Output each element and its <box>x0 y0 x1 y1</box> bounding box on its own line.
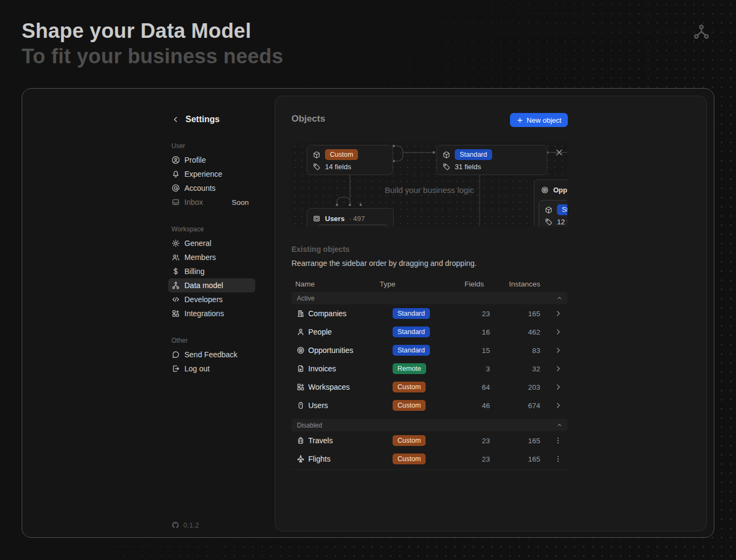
object-name: Flights <box>308 455 393 463</box>
settings-window: Settings UserProfileExperienceAccountsIn… <box>22 88 714 538</box>
object-group-active: ActiveCompaniesStandard23165PeopleStanda… <box>291 292 567 415</box>
chevron-right-icon[interactable] <box>554 309 562 318</box>
sidebar-item-label: Billing <box>184 267 204 276</box>
object-name: Companies <box>308 309 393 318</box>
node-title: Users <box>325 215 344 223</box>
object-row-flights[interactable]: FlightsCustom23165 <box>291 450 567 468</box>
instances-count: 32 <box>490 365 540 373</box>
apps-icon <box>296 383 305 391</box>
chevron-right-icon[interactable] <box>554 346 562 355</box>
object-row-users[interactable]: UsersCustom46674 <box>291 396 567 415</box>
sidebar-item-billing[interactable]: Billing <box>168 264 255 278</box>
object-row-opportunities[interactable]: OpportunitiesStandard1583 <box>291 341 567 359</box>
type-badge: Standard <box>393 345 430 356</box>
diagram-node-standard[interactable]: Standard 31 fields <box>436 145 547 175</box>
sidebar-item-general[interactable]: General <box>168 236 255 250</box>
chevron-right-icon[interactable] <box>554 383 562 391</box>
sidebar-item-label: Developers <box>184 295 223 304</box>
type-badge: Remote <box>393 363 426 374</box>
instances-count: 165 <box>490 437 540 445</box>
column-type: Type <box>380 280 445 288</box>
group-label: Disabled <box>297 422 322 429</box>
sidebar-item-integrations[interactable]: Integrations <box>168 306 255 321</box>
object-name: Users <box>308 401 393 410</box>
new-object-button[interactable]: New object <box>510 113 568 127</box>
tag-icon <box>442 163 450 171</box>
fields-count: 3 <box>445 365 490 373</box>
dollar-icon <box>171 267 180 276</box>
group-header-active[interactable]: Active <box>291 292 567 304</box>
object-row-invoices[interactable]: InvoicesRemote332 <box>291 359 567 378</box>
inbox-icon <box>171 198 180 206</box>
dots-vertical-icon[interactable] <box>554 436 562 445</box>
page-subtitle: To fit your business needs <box>22 45 283 68</box>
object-name: Invoices <box>308 364 393 373</box>
window-icon <box>313 215 321 223</box>
fields-count: 23 <box>445 437 490 445</box>
sidebar-item-data-model[interactable]: Data model <box>168 278 255 292</box>
object-group-disabled: DisabledTravelsCustom23165FlightsCustom2… <box>291 419 567 468</box>
sidebar-item-experience[interactable]: Experience <box>168 167 255 181</box>
share-nodes-icon <box>693 24 710 41</box>
target-icon <box>296 346 305 355</box>
sidebar-item-developers[interactable]: Developers <box>168 292 255 306</box>
page-background: Shape your Data Model To fit your busine… <box>0 0 736 560</box>
objects-table: Name Type Fields Instances ActiveCompani… <box>291 277 567 470</box>
type-badge: Custom <box>393 382 426 392</box>
user-circle-icon <box>171 156 180 164</box>
sidebar-item-log-out[interactable]: Log out <box>168 362 255 376</box>
sidebar-sections: UserProfileExperienceAccountsInboxSoonWo… <box>168 142 255 376</box>
plane-icon <box>296 455 305 463</box>
object-row-people[interactable]: PeopleStandard16462 <box>291 323 567 341</box>
github-icon <box>171 521 180 529</box>
opportunities-subcard: Standard 12 fields <box>539 200 567 226</box>
sidebar-item-label: Inbox <box>184 198 203 206</box>
object-row-travels[interactable]: TravelsCustom23165 <box>291 431 567 450</box>
object-name: Travels <box>308 436 393 445</box>
file-icon <box>296 364 305 373</box>
sidebar-item-profile[interactable]: Profile <box>168 153 255 167</box>
fields-count: 23 <box>445 310 490 318</box>
dots-vertical-icon[interactable] <box>554 455 562 463</box>
node-count: · 497 <box>349 215 365 223</box>
data-model-diagram: Custom 14 fields Standard 31 fields <box>291 143 567 226</box>
sidebar-item-accounts[interactable]: Accounts <box>168 181 255 195</box>
target-icon <box>541 186 549 194</box>
users-icon <box>171 253 180 262</box>
group-header-disabled[interactable]: Disabled <box>291 419 567 431</box>
sidebar-item-send-feedback[interactable]: Send Feedback <box>168 348 255 362</box>
plus-icon <box>516 117 523 124</box>
chevron-right-icon[interactable] <box>554 401 562 410</box>
sidebar-section-label: Workspace <box>171 225 255 233</box>
sidebar-item-label: Log out <box>184 364 210 373</box>
row-action <box>540 364 567 373</box>
sidebar-item-members[interactable]: Members <box>168 250 255 264</box>
diagram-node-opportunities[interactable]: Opportunities Standard 12 fields <box>534 179 567 226</box>
column-fields: Fields <box>445 280 484 288</box>
bell-icon <box>171 170 180 178</box>
column-name: Name <box>295 280 380 288</box>
diagram-node-custom[interactable]: Custom 14 fields <box>307 145 393 175</box>
row-action <box>540 401 567 410</box>
diagram-node-users[interactable]: Users · 497 <box>307 208 394 226</box>
gear-icon <box>171 239 180 248</box>
diagram-hint-text: Build your business logic <box>291 185 567 195</box>
object-row-workspaces[interactable]: WorkspacesCustom64203 <box>291 378 567 396</box>
sidebar-section-other: OtherSend FeedbackLog out <box>168 337 255 376</box>
fields-count: 31 fields <box>455 163 481 171</box>
fields-count: 64 <box>445 383 490 391</box>
page-title: Shape your Data Model <box>22 19 251 43</box>
back-button[interactable] <box>171 115 180 124</box>
type-badge: Custom <box>393 400 426 411</box>
sidebar-section-user: UserProfileExperienceAccountsInboxSoon <box>168 142 255 209</box>
instances-count: 83 <box>490 346 540 355</box>
app-version[interactable]: 0.1.2 <box>171 521 199 529</box>
object-row-companies[interactable]: CompaniesStandard23165 <box>291 304 567 323</box>
type-badge: Custom <box>325 149 358 160</box>
sidebar-item-inbox[interactable]: InboxSoon <box>168 195 255 209</box>
type-badge: Standard <box>557 204 567 215</box>
chevron-right-icon[interactable] <box>554 364 562 373</box>
chevron-right-icon[interactable] <box>554 328 562 336</box>
sidebar-item-label: Experience <box>184 170 222 178</box>
settings-title: Settings <box>185 115 220 124</box>
